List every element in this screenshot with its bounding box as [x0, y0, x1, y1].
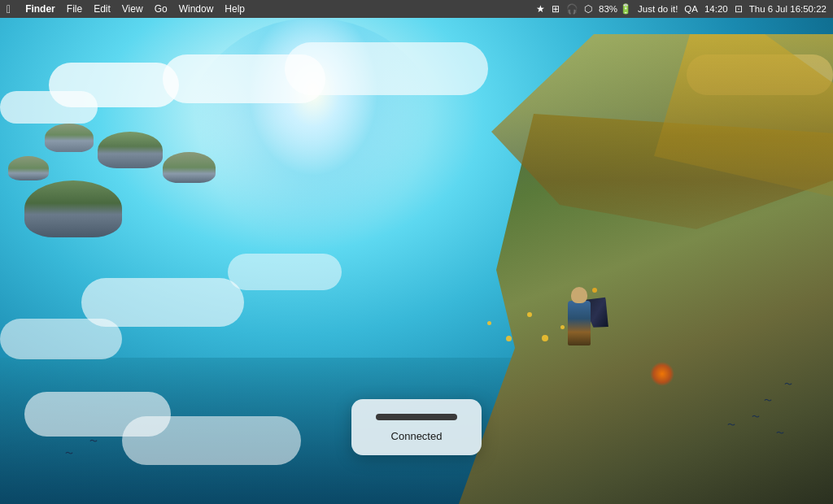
- notification-connected-text: Connected: [391, 430, 443, 442]
- cloud-2: [0, 91, 98, 124]
- menu-view[interactable]: View: [122, 3, 143, 15]
- bird-6: 〜: [65, 448, 73, 459]
- apple-menu[interactable]: : [7, 2, 11, 15]
- app-name[interactable]: Finder: [25, 3, 55, 15]
- character-head: [571, 287, 587, 303]
- menu-go[interactable]: Go: [155, 3, 168, 15]
- floating-island-2: [98, 132, 163, 168]
- particle-1: [542, 335, 548, 341]
- floating-island-5: [163, 152, 216, 183]
- volcano-glow: [650, 362, 674, 386]
- cloud-8: [228, 254, 342, 290]
- qa-label: QA: [684, 4, 698, 14]
- time-display: 14:20: [704, 4, 728, 14]
- particle-4: [506, 336, 512, 341]
- bird-5: 〜: [784, 379, 792, 390]
- character-body: [568, 301, 591, 345]
- notification-icon-bar: [376, 414, 457, 420]
- bluetooth-icon: ⬡: [584, 3, 592, 15]
- particle-6: [487, 321, 491, 325]
- menu-help[interactable]: Help: [225, 3, 245, 15]
- bird-2: 〜: [752, 411, 760, 423]
- bird-7: 〜: [89, 436, 98, 447]
- battery-percent: 83%: [599, 4, 617, 14]
- wallpaper: 〜 〜 〜 〜 〜 〜 〜 Connected: [0, 18, 833, 504]
- floating-island-3: [45, 124, 94, 152]
- cloud-4: [285, 42, 488, 95]
- menu-file[interactable]: File: [67, 3, 82, 15]
- battery-indicator: 83% 🔋: [599, 3, 631, 15]
- star-icon: ★: [536, 3, 545, 15]
- battery-icon: 🔋: [620, 3, 631, 15]
- bird-1: 〜: [776, 428, 784, 439]
- bird-4: 〜: [727, 419, 735, 431]
- cloud-7: [0, 319, 122, 359]
- menubar:  Finder File Edit View Go Window Help ★…: [0, 0, 833, 18]
- just-do-it-label[interactable]: Just do it!: [638, 4, 678, 14]
- notification-popup: Connected: [351, 399, 482, 455]
- menu-edit[interactable]: Edit: [94, 3, 111, 15]
- cloud-10: [122, 416, 301, 465]
- particle-2: [527, 312, 532, 317]
- menu-extra-icon2: ⊡: [735, 3, 743, 15]
- link-character: [552, 272, 605, 345]
- floating-island-4: [8, 156, 49, 180]
- bird-3: 〜: [764, 395, 772, 406]
- date-display: Thu 6 Jul 16:50:22: [749, 4, 826, 14]
- headphones-icon: 🎧: [566, 3, 578, 15]
- menu-extra-icon1: ⊞: [552, 3, 560, 15]
- floating-island-1: [24, 180, 122, 237]
- menu-window[interactable]: Window: [179, 3, 214, 15]
